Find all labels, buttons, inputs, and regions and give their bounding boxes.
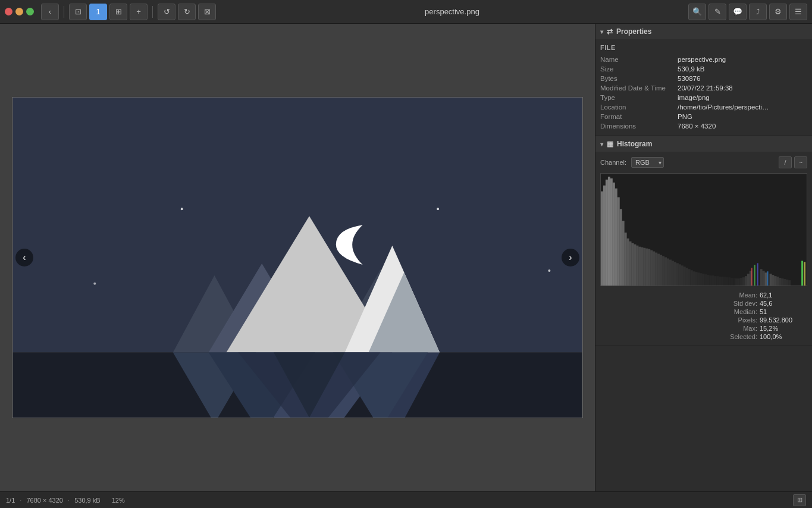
settings-button[interactable]: ⚙ bbox=[769, 4, 787, 20]
svg-rect-81 bbox=[742, 277, 745, 286]
main-content: ‹ › bbox=[0, 24, 812, 491]
close-window-btn[interactable] bbox=[5, 8, 12, 15]
histogram-linear-btn[interactable]: / bbox=[779, 156, 792, 168]
maximize-window-btn[interactable] bbox=[26, 8, 34, 15]
prop-name: Name perspective.png bbox=[600, 55, 807, 64]
svg-rect-35 bbox=[634, 244, 637, 286]
svg-rect-102 bbox=[804, 262, 805, 286]
share-button[interactable]: ⤴ bbox=[749, 4, 767, 20]
crop-button[interactable]: ⊡ bbox=[69, 4, 87, 20]
prop-modified-value: 20/07/22 21:59:38 bbox=[678, 84, 807, 92]
separator-1 bbox=[64, 6, 64, 18]
svg-rect-58 bbox=[688, 269, 691, 286]
svg-rect-77 bbox=[733, 278, 735, 286]
svg-rect-22 bbox=[603, 186, 606, 286]
stat-mean-value: 62,1 bbox=[760, 291, 807, 299]
prop-format-value: PNG bbox=[678, 113, 807, 120]
svg-rect-66 bbox=[707, 275, 709, 286]
prop-size: Size 530,9 kB bbox=[600, 64, 807, 74]
flip-icon: ⊠ bbox=[204, 8, 211, 15]
svg-rect-36 bbox=[636, 246, 638, 286]
image-display bbox=[12, 98, 582, 418]
svg-rect-83 bbox=[747, 274, 750, 286]
status-info: 1/1 · 7680 × 4320 · 530,9 kB 12% bbox=[6, 497, 793, 504]
svg-rect-37 bbox=[638, 247, 641, 286]
svg-rect-63 bbox=[700, 273, 703, 286]
histogram-content: Channel: RGB Red Green Blue Alpha / bbox=[595, 152, 812, 346]
stat-pixels-value: 99.532.800 bbox=[760, 316, 807, 324]
num1-button[interactable]: 1 bbox=[89, 4, 107, 20]
stat-max-label: Max: bbox=[716, 325, 757, 332]
grid-icon: ⊞ bbox=[797, 496, 802, 504]
svg-rect-41 bbox=[648, 249, 650, 286]
svg-rect-80 bbox=[740, 278, 742, 286]
prop-dimensions-value: 7680 × 4320 bbox=[678, 123, 807, 130]
svg-rect-75 bbox=[728, 277, 731, 286]
svg-rect-49 bbox=[667, 258, 669, 286]
svg-rect-100 bbox=[788, 280, 791, 286]
chat-button[interactable]: 💬 bbox=[729, 4, 747, 20]
svg-rect-95 bbox=[776, 277, 779, 286]
zoom-in-button[interactable]: + bbox=[130, 4, 148, 20]
properties-icon: ⇄ bbox=[607, 27, 613, 36]
prop-location-value: /home/tio/Pictures/perspecti… bbox=[678, 104, 807, 111]
stat-stddev-label: Std dev: bbox=[716, 300, 757, 307]
prop-size-label: Size bbox=[600, 65, 678, 73]
menu-icon: ☰ bbox=[795, 8, 802, 15]
histogram-icon: ▦ bbox=[607, 140, 613, 148]
minimize-window-btn[interactable] bbox=[15, 8, 23, 15]
grid-view-button[interactable]: ⊞ bbox=[793, 494, 806, 506]
svg-rect-39 bbox=[643, 248, 645, 286]
svg-rect-44 bbox=[655, 253, 657, 286]
next-image-button[interactable]: › bbox=[562, 249, 579, 266]
rotate-right-button[interactable]: ↻ bbox=[178, 4, 196, 20]
svg-rect-73 bbox=[723, 277, 726, 286]
separator-2 bbox=[152, 6, 153, 18]
flip-button[interactable]: ⊠ bbox=[198, 4, 216, 20]
svg-rect-33 bbox=[629, 242, 632, 286]
prop-bytes-label: Bytes bbox=[600, 75, 678, 82]
rotate-left-button[interactable]: ↺ bbox=[158, 4, 175, 20]
svg-rect-54 bbox=[679, 264, 681, 286]
stat-pixels: Pixels: 99.532.800 bbox=[600, 316, 807, 324]
svg-rect-55 bbox=[681, 265, 684, 286]
prop-bytes: Bytes 530876 bbox=[600, 74, 807, 83]
image-viewer: ‹ › bbox=[0, 24, 595, 491]
svg-rect-91 bbox=[767, 271, 769, 286]
pencil-button[interactable]: ✎ bbox=[708, 4, 726, 20]
svg-rect-56 bbox=[684, 266, 686, 286]
stat-median-value: 51 bbox=[760, 308, 807, 315]
svg-rect-46 bbox=[660, 255, 662, 286]
fit-button[interactable]: ⊞ bbox=[109, 4, 127, 20]
stat-median: Median: 51 bbox=[600, 308, 807, 316]
svg-rect-96 bbox=[779, 278, 781, 286]
properties-header[interactable]: ▾ ⇄ Properties bbox=[595, 24, 812, 39]
prop-location: Location /home/tio/Pictures/perspecti… bbox=[600, 102, 807, 112]
menu-button[interactable]: ☰ bbox=[789, 4, 807, 20]
fit-icon: ⊞ bbox=[115, 8, 122, 15]
window-title: perspective.png bbox=[216, 7, 688, 16]
stat-mean: Mean: 62,1 bbox=[600, 291, 807, 299]
svg-rect-69 bbox=[714, 276, 716, 286]
histogram-controls: Channel: RGB Red Green Blue Alpha / bbox=[600, 156, 807, 168]
prev-image-button[interactable]: ‹ bbox=[15, 249, 33, 266]
histogram-header[interactable]: ▾ ▦ Histogram bbox=[595, 136, 812, 152]
back-button[interactable]: ‹ bbox=[41, 4, 59, 20]
view-icons: ⊞ bbox=[793, 494, 806, 506]
stat-stddev-value: 45,6 bbox=[760, 300, 807, 307]
histogram-log-btn[interactable]: ~ bbox=[794, 156, 807, 168]
svg-rect-30 bbox=[622, 221, 625, 286]
svg-rect-32 bbox=[627, 239, 629, 286]
loupe-button[interactable]: 🔍 bbox=[688, 4, 706, 20]
svg-rect-29 bbox=[620, 209, 622, 286]
image-dimensions: 7680 × 4320 bbox=[26, 497, 62, 504]
back-icon: ‹ bbox=[49, 8, 51, 15]
svg-rect-45 bbox=[657, 254, 660, 286]
settings-icon: ⚙ bbox=[775, 8, 782, 15]
prop-size-value: 530,9 kB bbox=[678, 65, 807, 73]
svg-rect-40 bbox=[645, 249, 648, 286]
histogram-label: Histogram bbox=[617, 140, 652, 148]
chevron-right-icon: › bbox=[569, 252, 572, 263]
svg-rect-86 bbox=[754, 265, 755, 286]
channel-select[interactable]: RGB Red Green Blue Alpha bbox=[631, 157, 664, 168]
